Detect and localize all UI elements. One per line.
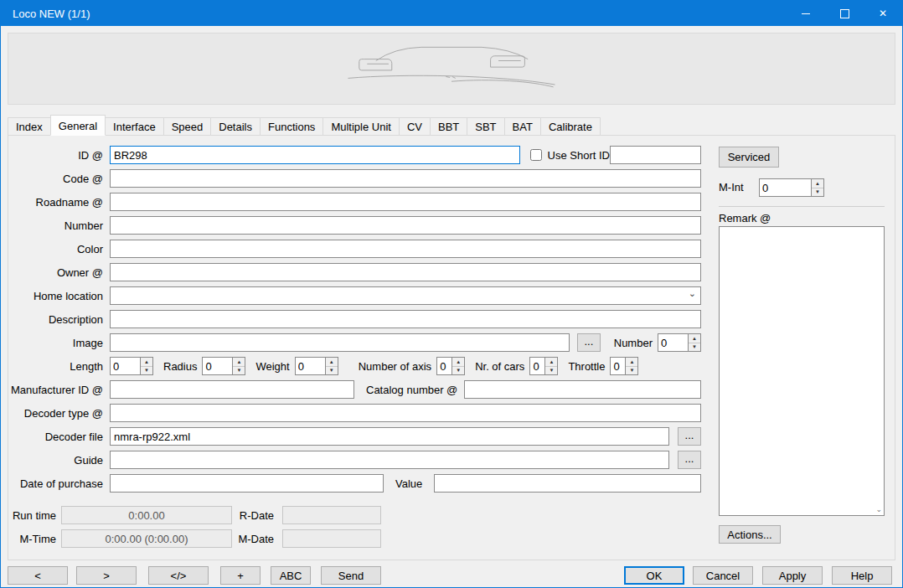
actions-button[interactable]: Actions... [719, 525, 781, 544]
m-int-spin-up-button[interactable]: ▲ [812, 179, 823, 188]
radius-stepper: ▲▼ [202, 357, 245, 375]
catalog-number-label: Catalog number @ [366, 384, 457, 396]
axis-spin-up-button[interactable]: ▲ [452, 358, 464, 367]
tab-calibrate[interactable]: Calibrate [540, 117, 601, 136]
use-short-id-checkbox[interactable] [530, 149, 542, 161]
date-of-purchase-label: Date of purchase [8, 477, 110, 490]
apply-button[interactable]: Apply [762, 566, 823, 585]
axis-input[interactable] [436, 357, 452, 375]
catalog-number-input[interactable] [464, 380, 701, 399]
code-view-button[interactable]: </> [148, 566, 209, 585]
throttle-stepper: ▲▼ [610, 357, 638, 375]
close-button[interactable]: ✕ [864, 1, 902, 26]
m-int-input[interactable] [759, 178, 811, 197]
tab-bbt[interactable]: BBT [430, 117, 467, 136]
manufacturer-id-input[interactable] [110, 380, 354, 399]
date-of-purchase-input[interactable] [110, 474, 384, 493]
maximize-button[interactable] [825, 1, 864, 26]
number-input[interactable] [110, 216, 701, 235]
abc-button[interactable]: ABC [271, 566, 311, 585]
tab-general[interactable]: General [50, 115, 106, 136]
cars-input[interactable] [529, 357, 544, 375]
id-input[interactable] [110, 146, 520, 164]
guide-input[interactable] [110, 451, 669, 469]
loco-sketch-image [326, 37, 577, 101]
short-id-input[interactable] [610, 146, 701, 164]
decoder-type-input[interactable] [110, 404, 701, 422]
throttle-spin-up-button[interactable]: ▲ [626, 358, 637, 367]
window-title: Loco NEW (1/1) [1, 8, 90, 20]
cars-spin-up-button[interactable]: ▲ [545, 358, 557, 367]
remark-box: ⌄ [719, 226, 885, 516]
m-date-label: M-Date [232, 533, 282, 545]
serviced-button[interactable]: Serviced [719, 147, 779, 168]
roadname-row: Roadname @ [8, 193, 701, 211]
cars-spin-down-button[interactable]: ▼ [545, 367, 557, 375]
tab-interface[interactable]: Interface [105, 117, 164, 136]
image-number-spin-down-button[interactable]: ▼ [689, 343, 700, 352]
decoder-file-input[interactable] [110, 427, 669, 446]
run-time-row: Run time 0:00.00 R-Date [8, 506, 701, 524]
ok-button[interactable]: OK [624, 566, 684, 585]
image-number-input[interactable] [658, 333, 688, 352]
m-int-spin-down-button[interactable]: ▼ [812, 188, 823, 197]
guide-browse-button[interactable]: ... [678, 451, 701, 469]
cars-label: Nr. of cars [475, 360, 524, 373]
remark-textarea[interactable] [719, 226, 885, 516]
minimize-button[interactable] [787, 1, 825, 26]
m-int-row: M-Int ▲▼ [719, 178, 885, 197]
tab-index[interactable]: Index [8, 117, 51, 136]
remark-scrollbar-down-icon[interactable]: ⌄ [875, 506, 882, 513]
owner-label: Owner @ [8, 266, 110, 279]
axis-spin-down-button[interactable]: ▼ [452, 367, 464, 375]
loco-image-panel [8, 33, 895, 105]
axis-label: Number of axis [359, 360, 431, 373]
tab-speed[interactable]: Speed [163, 117, 212, 136]
color-input[interactable] [110, 240, 701, 258]
image-input[interactable] [110, 333, 570, 352]
tab-cv[interactable]: CV [399, 117, 431, 136]
add-button[interactable]: + [220, 566, 261, 585]
cancel-button[interactable]: Cancel [693, 566, 753, 585]
length-stepper: ▲▼ [110, 357, 153, 375]
titlebar: Loco NEW (1/1) ✕ [1, 1, 902, 26]
home-location-select[interactable]: ⌄ [110, 286, 701, 305]
radius-spin-down-button[interactable]: ▼ [233, 367, 245, 375]
length-input[interactable] [110, 357, 140, 375]
image-number-spin-up-button[interactable]: ▲ [689, 334, 700, 343]
next-button[interactable]: > [76, 566, 137, 585]
length-spin-down-button[interactable]: ▼ [141, 367, 152, 375]
send-button[interactable]: Send [321, 566, 381, 585]
weight-input[interactable] [295, 357, 325, 375]
radius-input[interactable] [202, 357, 232, 375]
radius-spin-up-button[interactable]: ▲ [233, 358, 245, 367]
tab-functions[interactable]: Functions [260, 117, 323, 136]
code-input[interactable] [110, 169, 701, 188]
roadname-input[interactable] [110, 193, 701, 211]
tab-bat[interactable]: BAT [504, 117, 541, 136]
weight-spin-up-button[interactable]: ▲ [326, 358, 338, 367]
throttle-spin-down-button[interactable]: ▼ [626, 367, 637, 375]
tab-sbt[interactable]: SBT [467, 117, 504, 136]
length-spin-up-button[interactable]: ▲ [141, 358, 152, 367]
image-browse-button[interactable]: ... [577, 333, 601, 352]
loco-dialog-window: Loco NEW (1/1) ✕ Index General Interface… [0, 0, 903, 588]
window-controls: ✕ [787, 1, 902, 26]
weight-spin-down-button[interactable]: ▼ [326, 367, 338, 375]
home-location-input[interactable] [110, 286, 701, 305]
description-input[interactable] [110, 310, 701, 328]
owner-input[interactable] [110, 263, 701, 281]
home-location-dropdown-icon[interactable]: ⌄ [689, 288, 696, 299]
m-time-row: M-Time 0:00.00 (0:00.00) M-Date [8, 529, 701, 548]
tab-details[interactable]: Details [210, 117, 261, 136]
footer-bar: < > </> + ABC Send OK Cancel Apply Help [1, 560, 902, 585]
help-button[interactable]: Help [832, 566, 892, 585]
number-row: Number [8, 216, 701, 235]
m-time-field: 0:00.00 (0:00.00) [61, 529, 232, 548]
home-location-row: Home location ⌄ [8, 286, 701, 305]
tab-multiple-unit[interactable]: Multiple Unit [322, 117, 400, 136]
throttle-input[interactable] [610, 357, 625, 375]
prev-button[interactable]: < [8, 566, 68, 585]
value-input[interactable] [434, 474, 701, 493]
decoder-file-browse-button[interactable]: ... [678, 427, 701, 446]
